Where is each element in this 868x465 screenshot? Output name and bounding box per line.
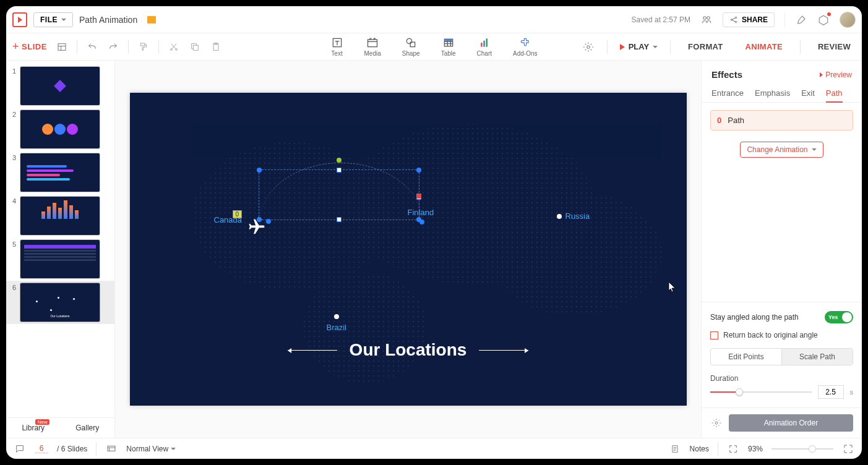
animate-tab[interactable]: ANIMATE — [741, 35, 788, 59]
return-back-checkbox[interactable]: Return back to original angle — [710, 331, 853, 339]
chevron-down-icon — [653, 46, 658, 48]
collaborators-icon[interactable] — [700, 14, 713, 26]
rotate-handle[interactable] — [337, 158, 342, 163]
settings-icon[interactable] — [710, 417, 723, 429]
notification-icon[interactable] — [817, 14, 830, 26]
svg-rect-18 — [481, 43, 483, 47]
review-tab[interactable]: REVIEW — [813, 35, 856, 59]
slide-thumb-2[interactable]: 2 — [6, 108, 114, 151]
svg-rect-13 — [368, 40, 377, 47]
paint-format-icon[interactable] — [137, 41, 150, 53]
new-badge: New — [35, 419, 49, 425]
paste-icon[interactable] — [210, 41, 222, 53]
notes-icon[interactable] — [669, 443, 681, 455]
checkbox-icon — [710, 331, 718, 339]
slide-thumb-1[interactable]: 1 — [6, 64, 114, 108]
layout-icon[interactable] — [56, 41, 68, 53]
comments-icon[interactable] — [14, 443, 26, 455]
stay-angled-toggle[interactable]: Yes — [825, 311, 853, 323]
svg-point-7 — [170, 48, 172, 50]
view-mode[interactable]: Normal View — [126, 445, 176, 453]
library-tab[interactable]: Library New — [6, 418, 61, 438]
cut-icon[interactable] — [168, 41, 180, 53]
add-slide-button[interactable]: + SLIDE — [12, 40, 47, 53]
slide-thumb-3[interactable]: 3 — [6, 151, 114, 194]
add-ons-button[interactable]: Add-Ons — [513, 36, 537, 57]
copy-icon[interactable] — [189, 41, 201, 53]
svg-point-2 — [731, 19, 732, 20]
path-label: Path — [728, 116, 744, 125]
svg-rect-19 — [483, 41, 485, 47]
view-icon[interactable] — [105, 443, 118, 455]
saved-status: Saved at 2:57 PM — [632, 15, 690, 24]
thumb-number: 2 — [9, 109, 16, 118]
library-label: Library — [22, 424, 45, 432]
path-tab[interactable]: Path — [826, 85, 843, 103]
duration-unit: s — [850, 388, 854, 396]
animation-order-button[interactable]: Animation Order — [729, 414, 853, 432]
insert-shape-button[interactable]: Shape — [402, 36, 420, 57]
folder-icon[interactable] — [147, 16, 156, 23]
location-russia: Russia — [553, 211, 590, 221]
end-point-icon[interactable] — [416, 194, 421, 198]
fullscreen-icon[interactable] — [842, 443, 854, 455]
zoom-slider[interactable] — [771, 448, 833, 450]
emphasis-tab[interactable]: Emphasis — [755, 85, 790, 102]
user-avatar[interactable] — [840, 12, 856, 28]
app-logo[interactable] — [12, 12, 27, 27]
fit-icon[interactable] — [727, 443, 739, 455]
insert-chart-button[interactable]: Chart — [477, 36, 492, 57]
slide-thumb-6[interactable]: 6 Our Locations — [6, 281, 114, 324]
svg-rect-6 — [140, 43, 145, 46]
insert-table-button[interactable]: Table — [441, 36, 456, 57]
svg-rect-20 — [486, 38, 488, 46]
play-icon — [620, 44, 625, 50]
shape-label: Shape — [402, 50, 420, 57]
file-menu[interactable]: FILE — [33, 12, 73, 27]
slide-thumbnails[interactable]: 1 2 3 4 — [6, 61, 114, 417]
thumb-number: 1 — [9, 66, 16, 75]
insert-text-button[interactable]: Text — [331, 36, 343, 57]
notes-button[interactable]: Notes — [690, 445, 709, 453]
path-animation-item[interactable]: 0 Path — [710, 110, 853, 130]
effects-title: Effects — [711, 69, 742, 80]
change-animation-button[interactable]: Change Animation — [740, 142, 823, 158]
scale-path-button[interactable]: Scale Path — [782, 349, 853, 365]
exit-tab[interactable]: Exit — [801, 85, 815, 102]
duration-label: Duration — [710, 374, 738, 383]
insert-media-button[interactable]: Media — [364, 36, 381, 57]
current-slide-number[interactable]: 6 — [35, 444, 48, 453]
toggle-yes-label: Yes — [828, 314, 838, 320]
slide-thumb-4[interactable]: 4 — [6, 194, 114, 237]
edit-points-button[interactable]: Edit Points — [711, 349, 782, 365]
svg-point-25 — [303, 272, 427, 383]
share-button[interactable]: SHARE — [723, 12, 775, 27]
duration-slider[interactable] — [710, 391, 812, 393]
selection-box[interactable] — [259, 169, 419, 220]
svg-point-14 — [407, 38, 412, 43]
redo-icon[interactable] — [107, 41, 119, 53]
preview-button[interactable]: Preview — [820, 70, 852, 79]
file-label: FILE — [40, 15, 58, 24]
slide-thumb-5[interactable]: 5 — [6, 237, 114, 281]
chevron-down-icon — [61, 19, 66, 21]
slide-canvas[interactable]: Canada Finland Russia Brazil — [130, 93, 687, 406]
start-anchor[interactable] — [266, 219, 271, 224]
airplane-icon[interactable] — [247, 218, 266, 236]
duration-input[interactable] — [818, 385, 844, 399]
media-label: Media — [364, 50, 381, 57]
thumb-number: 5 — [9, 239, 16, 248]
undo-icon[interactable] — [86, 41, 98, 53]
format-tab[interactable]: FORMAT — [683, 35, 728, 59]
chart-label: Chart — [477, 50, 492, 57]
brush-icon[interactable] — [795, 14, 807, 26]
thumb-number: 6 — [9, 283, 16, 291]
total-slides: / 6 Slides — [57, 445, 87, 453]
slide-title: Our Locations — [288, 340, 529, 360]
settings-icon[interactable] — [582, 41, 595, 53]
svg-point-8 — [175, 48, 177, 50]
path-index: 0 — [717, 116, 721, 125]
gallery-tab[interactable]: Gallery — [61, 418, 115, 438]
play-button[interactable]: PLAY — [620, 42, 658, 51]
entrance-tab[interactable]: Entrance — [711, 85, 744, 102]
